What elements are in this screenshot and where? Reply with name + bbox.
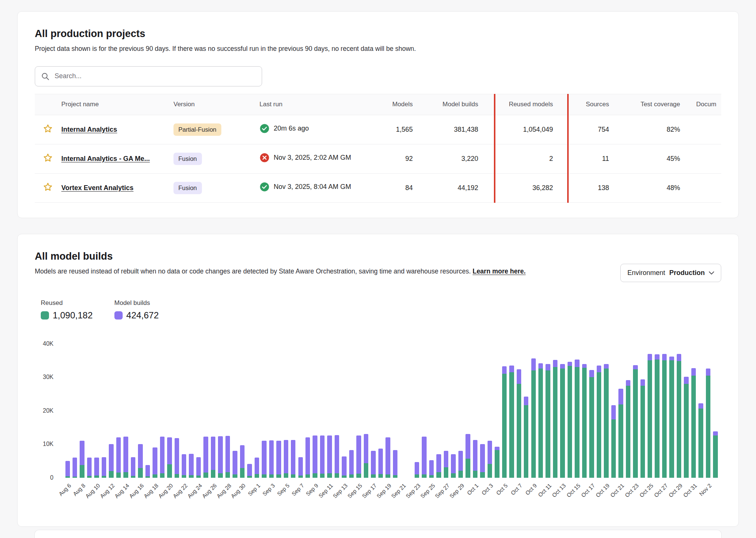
chart-bar[interactable]: Oct 11 bbox=[544, 344, 551, 478]
chart-bar[interactable]: Aug 16 bbox=[137, 344, 144, 478]
chart-bar[interactable]: Oct 15 bbox=[574, 344, 581, 478]
project-name-link[interactable]: Internal Analytics - GA Me... bbox=[61, 155, 150, 162]
chart-bar[interactable]: Sep 11 bbox=[326, 344, 333, 478]
chart-bar[interactable]: Aug 20 bbox=[166, 344, 173, 478]
chart-bar[interactable]: Aug 10 bbox=[93, 344, 100, 478]
chart-bar[interactable] bbox=[668, 344, 675, 478]
chart-bar[interactable]: Sep 15 bbox=[355, 344, 362, 478]
chart-bar[interactable] bbox=[202, 344, 209, 478]
chart-bar[interactable] bbox=[188, 344, 195, 478]
chart-bar[interactable] bbox=[362, 344, 369, 478]
chart-bar[interactable] bbox=[508, 344, 515, 478]
chart-bar[interactable]: Oct 31 bbox=[690, 344, 697, 478]
chart-bar[interactable] bbox=[391, 344, 399, 478]
chart-bar[interactable] bbox=[304, 344, 311, 478]
chart-bar[interactable]: Sep 27 bbox=[442, 344, 449, 478]
chart-bar[interactable] bbox=[435, 344, 442, 478]
chart-bar[interactable] bbox=[246, 344, 253, 478]
chart-bar[interactable] bbox=[173, 344, 180, 478]
chart-bar[interactable] bbox=[566, 344, 573, 478]
chart-bar[interactable] bbox=[71, 344, 78, 478]
chart-bar[interactable]: Oct 5 bbox=[501, 344, 508, 478]
chart-bar[interactable]: Aug 6 bbox=[64, 344, 71, 478]
chart-bar[interactable] bbox=[683, 344, 690, 478]
chart-bar[interactable] bbox=[231, 344, 239, 478]
chart-bar[interactable] bbox=[115, 344, 122, 478]
chart-bar[interactable] bbox=[450, 344, 457, 478]
project-name-link[interactable]: Internal Analytics bbox=[61, 126, 117, 133]
chart-bar[interactable] bbox=[697, 344, 704, 478]
chart-bar[interactable]: Oct 3 bbox=[486, 344, 493, 478]
chart-bar[interactable]: Aug 12 bbox=[108, 344, 115, 478]
favorite-star-icon[interactable] bbox=[43, 123, 53, 134]
chart-bar[interactable] bbox=[333, 344, 340, 478]
chart-bar[interactable]: Oct 21 bbox=[617, 344, 624, 478]
chart-bar[interactable] bbox=[551, 344, 559, 478]
chart-bar[interactable]: Oct 9 bbox=[530, 344, 537, 478]
chart-bar[interactable] bbox=[610, 344, 617, 478]
favorite-star-icon[interactable] bbox=[43, 182, 53, 192]
chart-bar[interactable]: Sep 3 bbox=[268, 344, 275, 478]
chart-bar[interactable] bbox=[537, 344, 544, 478]
project-name-link[interactable]: Vortex Event Analytics bbox=[61, 184, 133, 192]
chart-bar[interactable]: Aug 28 bbox=[224, 344, 231, 478]
chart-bar[interactable] bbox=[144, 344, 151, 478]
chart-bar[interactable] bbox=[275, 344, 282, 478]
chart-bar[interactable]: Aug 8 bbox=[79, 344, 86, 478]
chart-bar[interactable]: Oct 7 bbox=[515, 344, 522, 478]
chart-bar[interactable]: Oct 23 bbox=[632, 344, 639, 478]
chart-bar[interactable] bbox=[159, 344, 166, 478]
chart-bar[interactable]: Aug 22 bbox=[181, 344, 188, 478]
chart-bar[interactable]: Oct 17 bbox=[588, 344, 595, 478]
chart-bar[interactable]: Aug 24 bbox=[195, 344, 202, 478]
chart-bar[interactable]: Sep 5 bbox=[282, 344, 289, 478]
chart-bar[interactable]: Aug 30 bbox=[239, 344, 246, 478]
chart-bar[interactable]: Oct 27 bbox=[661, 344, 668, 478]
chart-bar[interactable]: Oct 13 bbox=[559, 344, 566, 478]
chart-bar[interactable]: Sep 7 bbox=[297, 344, 304, 478]
chart-bar[interactable]: Sep 21 bbox=[399, 344, 406, 478]
chart-bar[interactable] bbox=[319, 344, 326, 478]
chart-bar[interactable]: Sep 19 bbox=[384, 344, 391, 478]
search-input[interactable] bbox=[54, 72, 256, 80]
chart-bar[interactable]: Nov 2 bbox=[704, 344, 712, 478]
chart-bar[interactable] bbox=[348, 344, 355, 478]
chart-bar[interactable]: Oct 19 bbox=[603, 344, 610, 478]
chart-bar[interactable]: Oct 1 bbox=[471, 344, 479, 478]
search-box[interactable] bbox=[35, 66, 262, 86]
chart-bar[interactable] bbox=[86, 344, 93, 478]
chart-bar[interactable]: Sep 1 bbox=[253, 344, 260, 478]
chart-bar[interactable]: Sep 25 bbox=[428, 344, 435, 478]
chart-bar[interactable] bbox=[581, 344, 588, 478]
chart-bar[interactable] bbox=[624, 344, 631, 478]
chart-bar[interactable]: Sep 23 bbox=[414, 344, 421, 478]
chart-bar[interactable]: Oct 25 bbox=[646, 344, 654, 478]
chart-bar[interactable] bbox=[639, 344, 646, 478]
chart-bar[interactable] bbox=[377, 344, 384, 478]
chart-bar[interactable] bbox=[494, 344, 501, 478]
environment-dropdown[interactable]: Environment Production bbox=[620, 264, 721, 282]
chart-bar[interactable]: Aug 18 bbox=[151, 344, 159, 478]
chart-bar[interactable] bbox=[406, 344, 413, 478]
chart-bar[interactable] bbox=[129, 344, 136, 478]
chart-bar[interactable]: Sep 9 bbox=[311, 344, 319, 478]
chart-bar[interactable]: Sep 17 bbox=[370, 344, 377, 478]
chart-bar[interactable]: Aug 26 bbox=[209, 344, 216, 478]
chart-bar[interactable]: Aug 14 bbox=[122, 344, 129, 478]
chart-bar[interactable] bbox=[479, 344, 486, 478]
chart-bar[interactable] bbox=[523, 344, 530, 478]
chart-bar[interactable]: Sep 13 bbox=[341, 344, 348, 478]
chart-bar[interactable] bbox=[712, 344, 719, 478]
chart-bar[interactable] bbox=[100, 344, 107, 478]
chart-bar[interactable] bbox=[421, 344, 428, 478]
chart-bar[interactable] bbox=[217, 344, 224, 478]
favorite-star-icon[interactable] bbox=[43, 153, 53, 163]
chart-bar[interactable]: Oct 29 bbox=[675, 344, 682, 478]
chart-bar[interactable] bbox=[595, 344, 602, 478]
chart-bar[interactable]: Sep 29 bbox=[457, 344, 464, 478]
chart-bar[interactable] bbox=[654, 344, 661, 478]
chart-bar[interactable] bbox=[261, 344, 268, 478]
learn-more-link[interactable]: Learn more here. bbox=[473, 268, 526, 275]
chart-bar[interactable] bbox=[464, 344, 471, 478]
chart-bar[interactable] bbox=[290, 344, 297, 478]
